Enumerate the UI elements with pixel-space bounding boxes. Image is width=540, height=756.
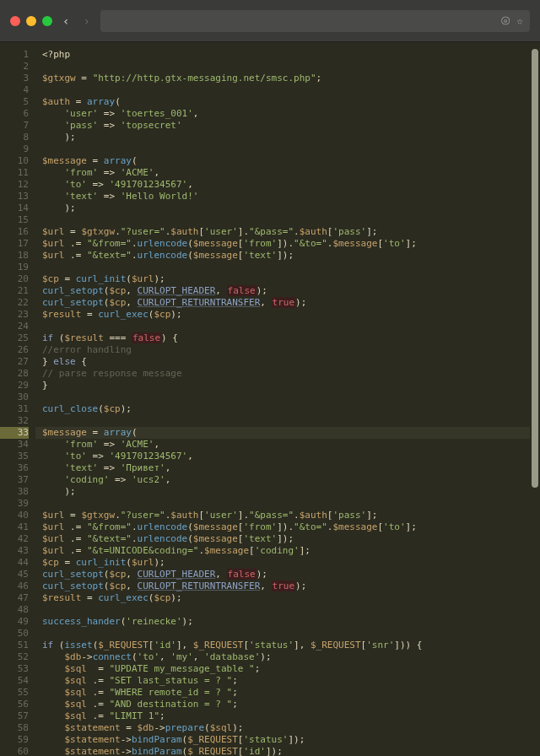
line-number: 47 xyxy=(0,592,29,604)
code-line[interactable]: $sql .= "WHERE remote_id = ? "; xyxy=(42,687,530,699)
code-line[interactable]: 'pass' => 'topsecret' xyxy=(42,120,530,132)
line-number: 15 xyxy=(0,214,29,226)
forward-button[interactable]: › xyxy=(79,14,93,28)
line-number: 60 xyxy=(0,746,29,756)
line-number: 20 xyxy=(0,273,29,285)
code-line[interactable]: 'from' => 'ACME', xyxy=(42,167,530,179)
code-line[interactable]: curl_setopt($cp, CURLOPT_HEADER, false); xyxy=(42,569,530,580)
code-line[interactable]: $sql .= "SET last_status = ? "; xyxy=(42,675,530,687)
code-line[interactable]: 'to' => '491701234567', xyxy=(42,179,530,191)
code-line[interactable] xyxy=(42,321,530,332)
code-line[interactable]: if (isset($_REQUEST['id'], $_REQUEST['st… xyxy=(42,640,530,651)
code-line[interactable]: 'to' => '491701234567', xyxy=(42,451,530,462)
code-line[interactable]: success_hander('reinecke'); xyxy=(42,616,530,628)
code-line[interactable]: curl_close($cp); xyxy=(42,403,530,415)
code-line[interactable]: ); xyxy=(42,132,530,143)
bookmark-star-icon[interactable]: ☆ xyxy=(516,14,523,28)
line-number: 58 xyxy=(0,722,29,734)
line-number: 27 xyxy=(0,356,29,368)
code-line[interactable] xyxy=(42,262,530,273)
code-line[interactable]: 'text' => 'Привет', xyxy=(42,462,530,474)
line-number: 59 xyxy=(0,734,29,746)
code-line[interactable]: $url .= "&text=".urlencode($message['tex… xyxy=(42,533,530,545)
vertical-scrollbar[interactable] xyxy=(530,42,540,756)
code-line[interactable] xyxy=(42,143,530,155)
code-line[interactable]: $sql .= "LIMIT 1"; xyxy=(42,710,530,722)
code-line[interactable] xyxy=(42,628,530,640)
code-line[interactable] xyxy=(42,84,530,96)
line-number: 33 xyxy=(0,427,29,439)
back-button[interactable]: ‹ xyxy=(59,14,73,28)
line-number: 8 xyxy=(0,132,29,143)
line-number: 2 xyxy=(0,61,29,73)
line-number: 18 xyxy=(0,250,29,262)
code-line[interactable]: ); xyxy=(42,486,530,498)
code-line[interactable]: ); xyxy=(42,202,530,214)
code-area[interactable]: <?php $gtxgw = "http://http.gtx-messagin… xyxy=(35,42,530,756)
code-line[interactable]: $url = $gtxgw."?user=".$auth['user']."&p… xyxy=(42,510,530,521)
code-line[interactable]: if ($result === false) { xyxy=(42,332,530,344)
code-line[interactable] xyxy=(42,415,530,427)
line-number: 9 xyxy=(0,143,29,155)
line-number: 53 xyxy=(0,663,29,675)
window-controls xyxy=(10,16,52,26)
code-line[interactable]: $sql .= "AND destination = ? "; xyxy=(42,699,530,710)
code-line[interactable]: $gtxgw = "http://http.gtx-messaging.net/… xyxy=(42,73,530,84)
line-number: 23 xyxy=(0,309,29,321)
line-number: 1 xyxy=(0,49,29,61)
line-number: 57 xyxy=(0,710,29,722)
code-line[interactable]: $url .= "&from=".urlencode($message['fro… xyxy=(42,521,530,533)
code-line[interactable]: $statement->bindParam($_REQUEST['id']); xyxy=(42,746,530,756)
code-line[interactable]: curl_setopt($cp, CURLOPT_RETURNTRANSFER,… xyxy=(42,580,530,592)
code-line[interactable]: } xyxy=(42,380,530,392)
scrollbar-thumb[interactable] xyxy=(532,49,538,488)
code-line[interactable]: $url = $gtxgw."?user=".$auth['user']."&p… xyxy=(42,226,530,238)
line-number: 21 xyxy=(0,285,29,297)
close-window-button[interactable] xyxy=(10,16,20,26)
code-line[interactable]: $url .= "&from=".urlencode($message['fro… xyxy=(42,238,530,250)
line-number: 19 xyxy=(0,262,29,273)
code-line[interactable] xyxy=(42,604,530,616)
line-number: 36 xyxy=(0,462,29,474)
code-line[interactable]: $sql = "UPDATE my_message_table "; xyxy=(42,663,530,675)
code-line[interactable]: $cp = curl_init($url); xyxy=(42,273,530,285)
code-line[interactable] xyxy=(42,61,530,73)
code-line[interactable]: } else { xyxy=(42,356,530,368)
code-line[interactable]: $result = curl_exec($cp); xyxy=(42,592,530,604)
code-line[interactable] xyxy=(42,392,530,403)
code-line[interactable]: 'from' => 'ACME', xyxy=(42,439,530,451)
code-line[interactable] xyxy=(42,498,530,510)
url-bar[interactable]: ⦾ ☆ xyxy=(100,10,530,32)
code-line[interactable]: 'text' => 'Hello World!' xyxy=(42,191,530,202)
code-line[interactable]: 'coding' => 'ucs2', xyxy=(42,474,530,486)
code-line[interactable]: 'user' => 'toertes_001', xyxy=(42,108,530,120)
code-line[interactable]: curl_setopt($cp, CURLOPT_RETURNTRANSFER,… xyxy=(42,297,530,309)
code-line[interactable]: $statement->bindParam($_REQUEST['status'… xyxy=(42,734,530,746)
url-input[interactable] xyxy=(107,15,496,27)
code-line[interactable]: //error handling xyxy=(42,344,530,356)
code-line[interactable]: $url .= "&t=UNICODE&coding=".$message['c… xyxy=(42,545,530,557)
code-line[interactable]: $message = array( xyxy=(42,155,530,167)
line-number: 24 xyxy=(0,321,29,332)
code-line[interactable]: $cp = curl_init($url); xyxy=(42,557,530,569)
line-number: 7 xyxy=(0,120,29,132)
code-line[interactable]: $result = curl_exec($cp); xyxy=(42,309,530,321)
code-line[interactable]: <?php xyxy=(42,49,530,61)
code-line[interactable]: $url .= "&text=".urlencode($message['tex… xyxy=(42,250,530,262)
line-number: 48 xyxy=(0,604,29,616)
line-number: 40 xyxy=(0,510,29,521)
code-line[interactable]: $db->connect('to', 'my', 'database'); xyxy=(42,651,530,663)
search-icon[interactable]: ⦾ xyxy=(501,14,510,28)
code-line[interactable]: curl_setopt($cp, CURLOPT_HEADER, false); xyxy=(42,285,530,297)
code-line[interactable] xyxy=(42,214,530,226)
line-number-gutter: 1234567891011121314151617181920212223242… xyxy=(0,42,35,756)
code-line[interactable]: $auth = array( xyxy=(42,96,530,108)
line-number: 32 xyxy=(0,415,29,427)
line-number: 26 xyxy=(0,344,29,356)
line-number: 28 xyxy=(0,368,29,380)
code-line[interactable]: // parse response message xyxy=(42,368,530,380)
code-line[interactable]: $statement = $db->prepare($sql); xyxy=(42,722,530,734)
maximize-window-button[interactable] xyxy=(42,16,52,26)
line-number: 4 xyxy=(0,84,29,96)
minimize-window-button[interactable] xyxy=(26,16,36,26)
